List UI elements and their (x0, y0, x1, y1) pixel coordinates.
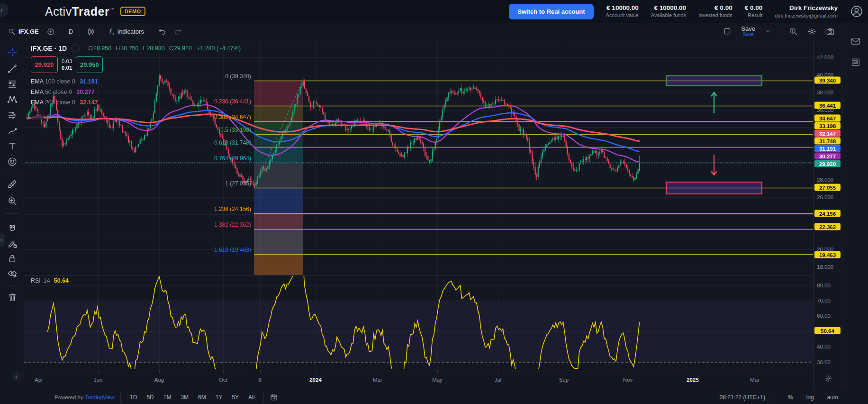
time-tick (39, 370, 39, 373)
compare-add-button[interactable] (43, 26, 59, 38)
time-label: 2024 (309, 377, 322, 383)
time-tick (628, 370, 628, 373)
chart-area[interactable]: IFX.GE · 1D – O28.950H30.750L28.930C29.9… (24, 40, 813, 370)
undo-button[interactable] (154, 26, 170, 38)
snapshot-button[interactable] (822, 25, 839, 38)
time-tick (260, 370, 261, 373)
log-scale-button[interactable]: log (803, 393, 817, 402)
tools-divider (5, 172, 19, 172)
time-label: Sep (559, 377, 569, 383)
collapse-indicators-button[interactable] (31, 111, 44, 119)
tool-brush[interactable] (6, 125, 18, 138)
tool-zoom-in[interactable] (6, 195, 18, 207)
range-1d-button[interactable]: 1D (127, 393, 140, 402)
percent-scale-button[interactable]: % (785, 393, 796, 402)
ema-legend-row: EMA 100 close 0 31.191 (31, 77, 241, 87)
switch-to-real-account-button[interactable]: Switch to Real account (509, 4, 593, 19)
price-axis[interactable]: 42.00040.00038.00036.00028.00026.00020.0… (813, 40, 842, 390)
avatar-icon[interactable] (850, 5, 863, 18)
tool-crosshair[interactable] (6, 46, 18, 58)
scroll-left-button[interactable]: ‹ (12, 372, 20, 381)
collapse-legend-icon[interactable]: – (72, 44, 80, 52)
tool-lock-all[interactable] (6, 252, 18, 265)
user-info: Dirk Friczewsky dirk.friczewsky@gmail.co… (775, 4, 838, 19)
price-tick: 28.000 (814, 177, 842, 183)
time-label: Nov (623, 377, 633, 383)
price-badge-ema200: 32.147 (814, 130, 841, 137)
buy-button[interactable]: 29.950 (76, 56, 103, 73)
tool-draw-lock[interactable] (6, 238, 18, 250)
tradingview-link[interactable]: TradingView (85, 395, 115, 400)
price-badge-fib: 27.055 (814, 184, 841, 191)
tool-magnet[interactable] (6, 223, 18, 235)
change-value: +1.280 (+4.47%) (197, 45, 241, 52)
chart-settings-button[interactable] (804, 25, 820, 38)
user-name: Dirk Friczewsky (775, 4, 838, 12)
range-1y-button[interactable]: 1Y (212, 393, 226, 402)
expand-watchlist-tab[interactable]: › (0, 233, 5, 247)
tool-xabcd-pattern[interactable] (6, 93, 18, 106)
camera-icon (826, 27, 835, 36)
indicators-label: Indicators (118, 28, 144, 35)
tool-ruler[interactable] (6, 178, 18, 190)
auto-scale-button[interactable]: auto (824, 393, 841, 402)
range-6m-button[interactable]: 6M (195, 393, 209, 402)
save-button[interactable]: SaveSave (737, 24, 759, 39)
time-label: Mar (373, 377, 382, 383)
fib-label-1: 1 (27.055) (225, 180, 251, 187)
price-tick: 42.000 (814, 55, 842, 60)
tool-hide-drawings[interactable] (6, 267, 18, 280)
crosshair-icon (7, 47, 18, 57)
redo-button[interactable] (170, 26, 186, 38)
mail-icon[interactable] (850, 36, 861, 46)
tool-trend-line[interactable] (6, 63, 18, 75)
tool-forecast[interactable] (6, 109, 18, 121)
price-badge-price: 29.920 (814, 160, 841, 167)
go-to-date-icon[interactable] (270, 393, 278, 402)
indicators-button[interactable]: ƒx Indicators (105, 26, 148, 38)
tools-divider (5, 285, 19, 285)
axis-settings-gear-icon[interactable] (825, 375, 832, 382)
save-menu-button[interactable] (761, 26, 775, 37)
plus-circle-icon (46, 28, 55, 36)
zoom-in-icon (7, 196, 18, 206)
clock[interactable]: 08:21:22 (UTC+1) (720, 394, 765, 401)
price-tick: 38.000 (814, 90, 842, 95)
legend-symbol-title[interactable]: IFX.GE · 1D (31, 45, 67, 52)
time-label: 6 (259, 377, 262, 383)
time-tick (755, 370, 755, 373)
time-label: 2025 (687, 377, 699, 383)
candles-icon (87, 28, 95, 36)
tool-text-tool[interactable] (6, 140, 18, 152)
bottom-bar: Powered by TradingView 1D5D1M3M6M1Y5YAll… (0, 390, 868, 404)
tool-remove-drawings[interactable] (6, 291, 18, 303)
tool-emoji[interactable] (6, 156, 18, 168)
tool-fib-retracement[interactable] (6, 78, 18, 90)
stat-value: € 0.00 (698, 4, 732, 12)
quick-search-button[interactable] (785, 25, 802, 38)
search-flash-icon (789, 27, 798, 36)
collapse-panel-button[interactable]: › (0, 3, 9, 17)
range-5y-button[interactable]: 5Y (228, 393, 242, 402)
trademark: ™ (110, 7, 115, 12)
symbol-label: IFX.GE (18, 28, 39, 35)
range-5d-button[interactable]: 5D (143, 393, 157, 402)
app-header: › ActivTrader™ DEMO Switch to Real accou… (0, 0, 868, 23)
time-tick (498, 370, 498, 373)
layout-button[interactable] (719, 25, 735, 37)
text-tool-icon (7, 141, 18, 151)
range-all-button[interactable]: All (245, 393, 258, 402)
price-badge-ema50: 30.277 (814, 153, 841, 160)
range-1m-button[interactable]: 1M (160, 393, 175, 402)
time-axis[interactable]: ‹ AprJunAugOct62024MarMayJulSepNov2025Ma… (24, 370, 813, 390)
sell-button[interactable]: 29.920 (31, 56, 58, 73)
news-icon[interactable] (850, 57, 861, 67)
draw-lock-icon (7, 239, 18, 249)
range-3m-button[interactable]: 3M (177, 393, 192, 402)
fib-retracement-icon (7, 79, 18, 89)
stat-label: Available funds (651, 12, 686, 19)
chart-style-button[interactable] (83, 26, 99, 38)
symbol-search-button[interactable]: IFX.GE (4, 26, 43, 37)
timeframe-button[interactable]: D (65, 26, 77, 37)
divider (80, 27, 80, 37)
